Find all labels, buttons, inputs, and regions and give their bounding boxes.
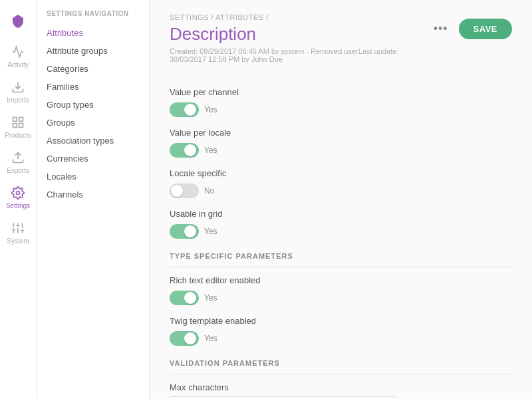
toggle-text-twig: Yes [204,334,217,343]
nav-system-label: System [7,237,29,245]
toggle-text-usable-in-grid: Yes [204,227,217,236]
toggle-slider-twig [170,331,199,346]
toggle-text-rich-text: Yes [204,293,217,303]
toggle-twig[interactable] [170,331,199,346]
svg-rect-4 [19,124,23,128]
toggle-slider-value-per-channel [170,102,199,117]
toggle-slider-locale-specific [170,184,199,198]
nav-imports-label: Imports [7,96,29,104]
sidebar-item-attribute-groups[interactable]: Attribute groups [37,42,149,60]
toggle-label-rich-text: Rich text editor enabled [170,275,512,285]
svg-rect-2 [19,118,23,122]
sidebar-item-locales[interactable]: Locales [37,168,149,186]
nav-activity-label: Activity [7,61,29,68]
nav-settings[interactable]: Settings [0,180,36,215]
sidebar-nav-title: Settings Navigation [37,10,149,24]
header-actions: ••• SAVE [430,13,512,39]
toggle-usable-in-grid[interactable] [170,224,199,239]
svg-rect-3 [13,124,17,128]
page-title: Description [170,24,430,45]
nav-settings-label: Settings [6,202,30,209]
toggle-wrap-locale-specific: No [170,184,512,198]
toggle-value-per-channel[interactable] [170,102,199,117]
sidebar-item-currencies[interactable]: Currencies [37,150,149,168]
toggle-wrap-twig: Yes [170,331,512,346]
toggle-wrap-value-per-channel: Yes [170,102,512,117]
nav-products-label: Products [5,132,31,139]
app-logo [0,7,36,39]
section-title-type-specific: TYPE SPECIFIC PARAMETERS [170,252,512,267]
field-label-max-characters: Max characters [170,382,512,392]
nav-exports-label: Exports [7,167,29,174]
svg-rect-1 [13,118,17,122]
svg-point-6 [17,192,20,195]
page-header: SETTINGS / ATTRIBUTES / Description Crea… [170,13,512,79]
toggle-value-per-locale[interactable] [170,143,199,158]
toggle-label-value-per-channel: Value per channel [170,87,512,97]
sidebar-item-categories[interactable]: Categories [37,60,149,78]
sidebar-item-association-types[interactable]: Association types [37,132,149,150]
toggle-wrap-rich-text: Yes [170,291,512,305]
section-title-validation: VALIDATION PARAMETERS [170,359,512,374]
breadcrumb: SETTINGS / ATTRIBUTES / [170,13,430,21]
nav-activity[interactable]: Activity [0,39,36,74]
sidebar-item-group-types[interactable]: Group types [37,96,149,114]
toggle-label-value-per-locale: Value per locale [170,128,512,138]
max-characters-input[interactable] [170,396,396,399]
title-block: SETTINGS / ATTRIBUTES / Description Crea… [170,13,430,79]
icon-nav: Activity Imports Products Exports Settin… [0,0,37,399]
toggle-label-twig: Twig template enabled [170,316,512,326]
nav-products[interactable]: Products [0,109,36,144]
page-meta: Created: 09/29/2017 06:45 AM by system -… [170,47,430,63]
toggle-wrap-value-per-locale: Yes [170,143,512,158]
toggle-text-value-per-channel: Yes [204,105,217,114]
sidebar-item-families[interactable]: Families [37,78,149,96]
nav-system[interactable]: System [0,215,36,250]
sidebar-item-channels[interactable]: Channels [37,186,149,203]
toggle-text-locale-specific: No [204,186,214,196]
toggle-wrap-usable-in-grid: Yes [170,224,512,239]
toggle-slider-usable-in-grid [170,224,199,239]
toggle-text-value-per-locale: Yes [204,146,217,155]
toggle-slider-value-per-locale [170,143,199,158]
nav-imports[interactable]: Imports [0,74,36,109]
sidebar-item-groups[interactable]: Groups [37,114,149,132]
more-options-button[interactable]: ••• [430,21,452,37]
toggle-label-locale-specific: Locale specific [170,168,512,178]
sidebar: Settings Navigation Attributes Attribute… [37,0,150,399]
toggle-slider-rich-text [170,291,199,305]
field-group-max-characters: Max characters [170,382,512,399]
main-content: SETTINGS / ATTRIBUTES / Description Crea… [150,0,532,399]
save-button[interactable]: SAVE [459,19,512,39]
toggle-locale-specific[interactable] [170,184,199,198]
sidebar-item-attributes[interactable]: Attributes [37,24,149,42]
toggle-label-usable-in-grid: Usable in grid [170,209,512,219]
nav-exports[interactable]: Exports [0,144,36,180]
toggle-rich-text[interactable] [170,291,199,305]
